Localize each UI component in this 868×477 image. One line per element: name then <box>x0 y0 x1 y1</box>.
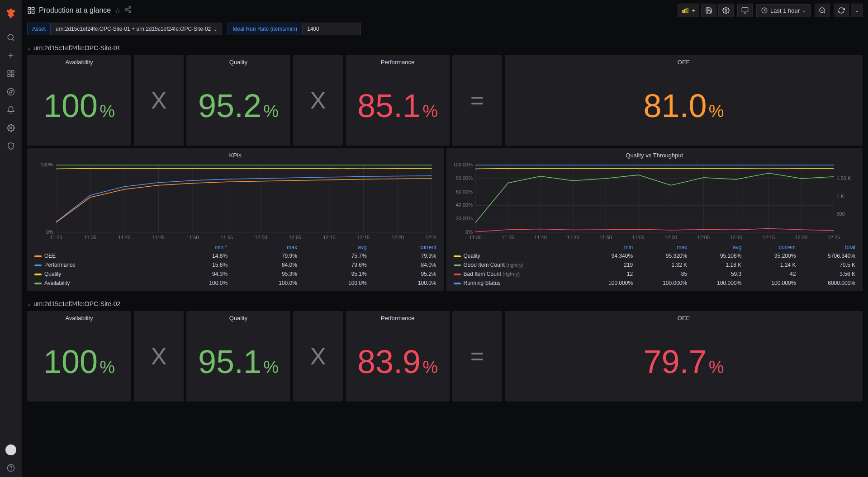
svg-text:11:50: 11:50 <box>186 235 199 240</box>
grafana-logo[interactable] <box>5 4 17 28</box>
svg-text:11:55: 11:55 <box>632 235 645 240</box>
stat-quality: 95.1% <box>198 345 279 378</box>
svg-point-19 <box>129 11 131 13</box>
var-asset-label: Asset <box>27 23 51 35</box>
svg-point-17 <box>129 6 131 8</box>
explore-icon[interactable] <box>2 83 20 101</box>
svg-text:12:25: 12:25 <box>827 235 840 240</box>
svg-rect-13 <box>28 7 30 9</box>
panel-op-x2: X <box>293 311 343 401</box>
stat-performance: 85.1% <box>357 90 438 122</box>
svg-text:12:00: 12:00 <box>664 235 677 240</box>
dashboards-icon[interactable] <box>2 65 20 83</box>
svg-text:40.00%: 40.00% <box>455 202 472 208</box>
var-asset-value[interactable]: urn:2d15c1ef24fe:OPC-Site-01 + urn:2d15c… <box>51 23 222 35</box>
save-button[interactable] <box>701 4 716 17</box>
stat-oee: 79.7% <box>644 345 724 378</box>
shield-icon[interactable] <box>2 137 20 155</box>
svg-text:11:40: 11:40 <box>118 235 131 240</box>
svg-rect-15 <box>32 11 34 14</box>
sidebar <box>0 0 22 477</box>
svg-text:11:45: 11:45 <box>567 235 579 240</box>
svg-text:1 K: 1 K <box>836 194 844 199</box>
share-icon[interactable] <box>124 6 132 15</box>
svg-rect-23 <box>685 9 686 13</box>
svg-rect-7 <box>8 75 10 77</box>
chart-quality-throughput[interactable]: 0%20.00%40.00%60.00%80.00%100.00%5001 K1… <box>454 162 856 241</box>
svg-text:500: 500 <box>836 211 844 217</box>
help-icon[interactable] <box>2 459 20 477</box>
svg-rect-14 <box>32 7 34 9</box>
stat-availability: 100% <box>43 345 115 378</box>
page-title[interactable]: Production at a glance <box>39 6 111 14</box>
svg-rect-16 <box>28 11 30 14</box>
time-picker[interactable]: Last 1 hour ⌄ <box>756 4 811 17</box>
svg-text:11:45: 11:45 <box>152 235 165 240</box>
bell-icon[interactable] <box>2 101 20 119</box>
zoom-out-button[interactable] <box>815 4 830 17</box>
svg-rect-26 <box>742 8 748 12</box>
search-icon[interactable] <box>2 28 20 47</box>
svg-text:12:00: 12:00 <box>255 235 267 240</box>
panel-quality: Quality 95.2% <box>186 55 290 146</box>
stat-availability: 100% <box>43 90 115 122</box>
svg-text:12:20: 12:20 <box>391 235 404 240</box>
svg-text:12:15: 12:15 <box>762 235 775 240</box>
svg-text:100.00%: 100.00% <box>454 162 473 167</box>
svg-text:12:20: 12:20 <box>795 235 807 240</box>
svg-rect-22 <box>683 10 684 13</box>
panel-performance: Performance 83.9% <box>346 311 450 401</box>
row-title: urn:2d15c1ef24fe:OPC-Site-02 <box>33 300 120 307</box>
svg-text:12:05: 12:05 <box>289 235 302 240</box>
star-icon[interactable]: ☆ <box>114 6 121 15</box>
panel-performance: Performance 85.1% <box>346 55 450 146</box>
breadcrumb: Production at a glance ☆ <box>27 6 132 15</box>
add-panel-button[interactable]: + <box>678 4 699 17</box>
stat-quality: 95.2% <box>198 90 279 122</box>
svg-rect-4 <box>8 71 10 73</box>
svg-text:20.00%: 20.00% <box>455 216 472 221</box>
row-title: urn:2d15c1ef24fe:OPC-Site-01 <box>33 44 120 52</box>
gear-icon[interactable] <box>2 119 20 137</box>
row-toggle-site-02[interactable]: ⌄ urn:2d15c1ef24fe:OPC-Site-02 <box>27 297 863 311</box>
svg-point-25 <box>725 9 727 11</box>
chevron-down-icon: ⌄ <box>27 46 31 51</box>
svg-point-10 <box>10 127 12 129</box>
svg-rect-6 <box>12 75 14 77</box>
svg-line-20 <box>127 10 129 11</box>
panel-op-eq: = <box>452 55 502 146</box>
svg-point-8 <box>8 89 14 95</box>
panel-op-x2: X <box>293 55 343 146</box>
panel-quality: Quality 95.1% <box>186 311 290 401</box>
svg-rect-5 <box>12 71 14 73</box>
chevron-down-icon: ⌄ <box>802 8 806 13</box>
panel-availability: Availability 100% <box>27 55 131 146</box>
panel-op-x1: X <box>134 55 184 146</box>
stat-oee: 81.0% <box>644 90 724 122</box>
settings-button[interactable] <box>718 4 734 17</box>
panel-oee: OEE 79.7% <box>505 311 863 401</box>
chart-kpis[interactable]: 0%100%11:3011:3511:4011:4511:5011:5512:0… <box>34 162 436 241</box>
legend-kpis: min ^maxavgcurrentOEE14.8%79.9%75.7%79.9… <box>31 243 440 288</box>
svg-text:12:15: 12:15 <box>357 235 370 240</box>
svg-text:11:40: 11:40 <box>534 235 547 240</box>
legend-quality-throughput: minmaxavgcurrenttotalQuality94.340%95.32… <box>450 243 859 288</box>
topbar: Production at a glance ☆ + Last 1 hour ⌄… <box>22 0 868 21</box>
svg-text:12:25: 12:25 <box>426 235 436 240</box>
svg-text:11:30: 11:30 <box>469 235 482 240</box>
avatar[interactable] <box>5 444 16 455</box>
panel-kpis: KPIs 0%100%11:3011:3511:4011:4511:5011:5… <box>27 148 444 291</box>
svg-text:12:10: 12:10 <box>323 235 336 240</box>
var-runrate-input[interactable] <box>302 23 361 35</box>
svg-line-21 <box>127 8 129 9</box>
svg-text:100%: 100% <box>41 162 53 167</box>
svg-text:11:50: 11:50 <box>599 235 612 240</box>
row-toggle-site-01[interactable]: ⌄ urn:2d15c1ef24fe:OPC-Site-01 <box>27 41 863 55</box>
svg-text:11:55: 11:55 <box>221 235 233 240</box>
plus-icon[interactable] <box>2 47 20 65</box>
refresh-interval-button[interactable]: ⌄ <box>851 4 863 17</box>
refresh-button[interactable] <box>834 4 849 17</box>
svg-text:12:10: 12:10 <box>730 235 742 240</box>
view-button[interactable] <box>737 4 753 17</box>
panel-oee: OEE 81.0% <box>505 55 863 146</box>
